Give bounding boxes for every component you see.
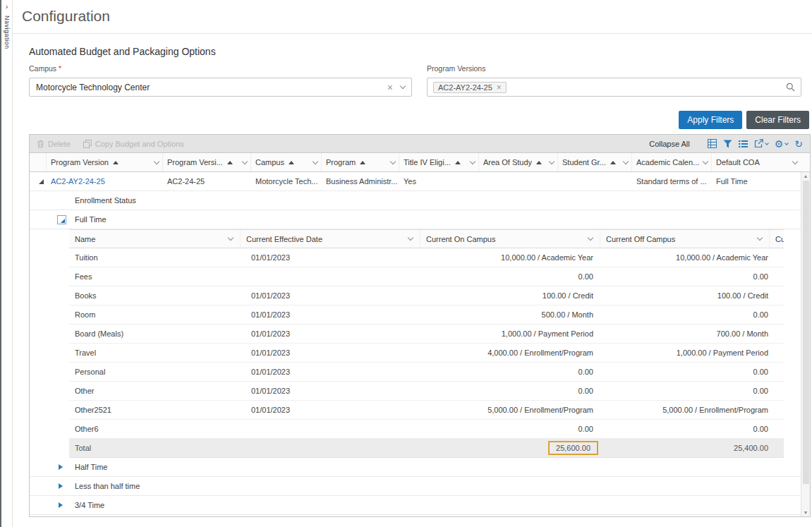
column-header-academic-calendar[interactable]: Academic Calen... — [632, 153, 712, 171]
budget-row-books[interactable]: Books01/01/2023100.00 / Credit100.00 / C… — [69, 286, 784, 305]
cell-name: Tuition — [69, 253, 241, 262]
cell-date: 01/01/2023 — [241, 349, 420, 357]
row-expander-cell[interactable] — [30, 179, 47, 184]
export-excel-button[interactable] — [708, 139, 717, 148]
row-cell-default-coa: Full Time — [712, 177, 801, 186]
column-header-area-of-study[interactable]: Area Of Study — [479, 153, 558, 171]
navigation-rail[interactable]: › Navigation — [1, 0, 13, 527]
collapse-group-icon[interactable] — [57, 215, 66, 224]
column-chooser-button[interactable] — [739, 140, 748, 148]
vertical-scrollbar[interactable]: ▲ ▼ — [801, 172, 810, 516]
search-icon[interactable] — [786, 83, 795, 92]
budget-row-tuition[interactable]: Tuition01/01/202310,000.00 / Academic Ye… — [69, 248, 784, 267]
group-row-full-time[interactable]: Full Time — [30, 210, 801, 229]
column-header-title-iv-eligible[interactable]: Title IV Eligi... — [399, 153, 479, 171]
window-edge — [0, 0, 1, 527]
collapse-all-button[interactable]: Collapse All — [649, 140, 689, 148]
column-menu-icon[interactable] — [623, 158, 629, 164]
column-menu-icon[interactable] — [703, 158, 708, 164]
program-versions-input[interactable]: AC2-AY2-24-25 × — [427, 78, 801, 97]
chevron-down-icon[interactable] — [400, 83, 406, 89]
cell-on-campus: 0.00 — [420, 425, 600, 433]
budget-row-board-meals[interactable]: Board (Meals)01/01/20231,000.00 / Paymen… — [69, 325, 784, 344]
expand-group-icon[interactable] — [59, 464, 63, 470]
budget-row-other[interactable]: Other01/01/20230.000.00 — [69, 382, 784, 401]
settings-gear-button[interactable]: ⚙ — [775, 139, 789, 149]
delete-button[interactable]: Delete — [37, 140, 71, 148]
cell-name: Board (Meals) — [69, 329, 241, 338]
column-header-program-version-2[interactable]: Program Versi... — [163, 153, 251, 171]
collapse-row-icon[interactable] — [39, 179, 44, 184]
budget-row-personal[interactable]: Personal01/01/20230.000.00 — [69, 363, 784, 382]
group-row-3-4-time[interactable]: 3/4 Time — [30, 496, 801, 515]
copy-icon — [83, 140, 92, 148]
expand-group-icon[interactable] — [59, 483, 63, 489]
cell-off-campus: 0.00 — [600, 272, 770, 281]
gear-icon: ⚙ — [775, 139, 784, 149]
row-cell-title-iv-eligible: Yes — [399, 177, 479, 186]
clear-filters-button[interactable]: Clear Filters — [746, 111, 809, 129]
column-header-student-group[interactable]: Student Gr... — [558, 153, 632, 171]
budget-row-fees[interactable]: Fees0.000.00 — [69, 267, 784, 286]
expand-group-icon[interactable] — [59, 502, 63, 508]
column-header-label: Campus — [255, 158, 284, 166]
scroll-up-icon[interactable]: ▲ — [804, 174, 808, 178]
clear-campus-icon[interactable]: × — [387, 83, 393, 92]
column-header-program-version[interactable]: Program Version — [47, 153, 163, 171]
cell-off-campus: 700.00 / Month — [600, 329, 770, 338]
budget-row-travel[interactable]: Travel01/01/20234,000.00 / Enrollment/Pr… — [69, 344, 784, 363]
inner-column-header-current-off-campus[interactable]: Current Off Campus — [600, 230, 770, 248]
column-menu-icon[interactable] — [470, 158, 475, 164]
chevron-down-icon[interactable] — [408, 235, 413, 241]
budget-items-rows: Tuition01/01/202310,000.00 / Academic Ye… — [69, 248, 784, 439]
highlighted-total-cell[interactable]: 25,600.00 — [548, 441, 598, 455]
scrollbar-thumb[interactable] — [803, 181, 809, 484]
grid-body: AC2-AY2-24-25AC2-24-25Motorcycle Tech...… — [30, 172, 801, 516]
cell-name: Room — [69, 310, 241, 319]
cell-on-campus: 100.00 / Credit — [420, 291, 600, 300]
inner-column-header-curr[interactable]: Curr — [770, 230, 784, 248]
table-row[interactable]: AC2-AY2-24-25AC2-24-25Motorcycle Tech...… — [30, 172, 801, 191]
column-menu-icon[interactable] — [549, 158, 555, 164]
trash-icon — [37, 140, 44, 148]
cell-date: 01/01/2023 — [241, 368, 420, 376]
column-header-label: Program Version — [51, 158, 109, 166]
column-header-campus[interactable]: Campus — [251, 153, 322, 171]
chevron-down-icon[interactable] — [228, 235, 234, 241]
group-row-less-than-half-time[interactable]: Less than half time — [30, 477, 801, 496]
scroll-down-icon[interactable]: ▼ — [804, 510, 808, 515]
campus-select[interactable]: Motorcycle Technology Center × — [29, 78, 412, 97]
row-cell-program: Business Administr... — [322, 177, 399, 186]
column-menu-icon[interactable] — [242, 158, 248, 164]
delete-label: Delete — [48, 140, 71, 148]
group-row-half-time[interactable]: Half Time — [30, 458, 801, 477]
expand-navigation-icon[interactable]: › — [6, 3, 8, 11]
apply-filters-button[interactable]: Apply Filters — [679, 111, 742, 129]
column-menu-icon[interactable] — [792, 158, 798, 164]
budget-row-room[interactable]: Room01/01/2023500.00 / Month0.00 — [69, 305, 784, 325]
copy-budget-button[interactable]: Copy Budget and Options — [83, 140, 184, 148]
inner-column-header-current-effective-date[interactable]: Current Effective Date — [241, 230, 420, 248]
section-title: Automated Budget and Packaging Options — [29, 46, 216, 57]
export-button[interactable] — [754, 139, 768, 148]
refresh-button[interactable]: ↻ — [794, 139, 803, 149]
budget-row-other2521[interactable]: Other252101/01/20235,000.00 / Enrollment… — [69, 401, 784, 420]
column-header-program[interactable]: Program — [322, 153, 399, 171]
budget-row-other6[interactable]: Other60.000.00 — [69, 420, 784, 439]
required-asterisk: * — [59, 64, 61, 73]
cell-name: Other6 — [69, 425, 241, 433]
chevron-down-icon[interactable] — [588, 235, 593, 241]
column-header-default-coa[interactable]: Default COA — [712, 153, 801, 171]
column-menu-icon[interactable] — [313, 158, 318, 164]
column-header-label: Title IV Eligi... — [404, 158, 451, 166]
cell-off-campus: 0.00 — [600, 425, 770, 433]
inner-column-header-name[interactable]: Name — [69, 230, 241, 248]
column-menu-icon[interactable] — [154, 158, 159, 164]
remove-tag-icon[interactable]: × — [497, 83, 502, 92]
filter-button[interactable] — [723, 140, 732, 148]
column-menu-icon[interactable] — [390, 158, 396, 164]
chevron-down-icon[interactable] — [757, 235, 763, 241]
row-cell-program-version[interactable]: AC2-AY2-24-25 — [47, 177, 163, 186]
inner-column-header-current-on-campus[interactable]: Current On Campus — [420, 230, 600, 248]
sort-ascending-icon — [113, 161, 119, 164]
